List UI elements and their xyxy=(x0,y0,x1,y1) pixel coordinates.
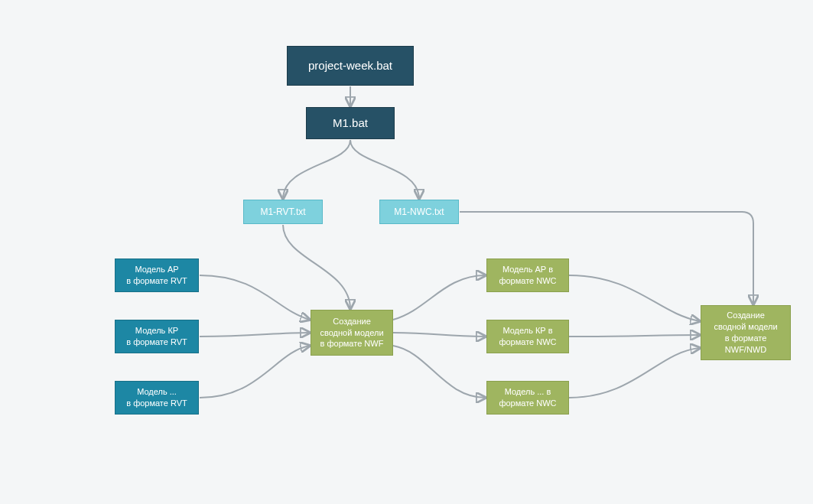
node-project-bat: project-week.bat xyxy=(287,46,414,86)
node-m1-bat: M1.bat xyxy=(306,107,395,139)
node-create-nwf: Созданиесводной моделив формате NWF xyxy=(311,310,393,356)
node-model-ar-rvt: Модель АРв формате RVT xyxy=(115,259,199,292)
node-m1-nwc-txt: M1-NWC.txt xyxy=(379,200,459,224)
node-m1-rvt-txt: M1-RVT.txt xyxy=(243,200,323,224)
node-create-nwf-nwd: Созданиесводной моделив форматеNWF/NWD xyxy=(701,305,791,360)
node-model-etc-rvt: Модель ...в формате RVT xyxy=(115,381,199,415)
node-model-etc-nwc: Модель ... вформате NWC xyxy=(486,381,569,415)
node-model-ar-nwc: Модель АР вформате NWC xyxy=(486,259,569,292)
node-model-kr-nwc: Модель КР вформате NWC xyxy=(486,320,569,353)
node-model-kr-rvt: Модель КРв формате RVT xyxy=(115,320,199,353)
